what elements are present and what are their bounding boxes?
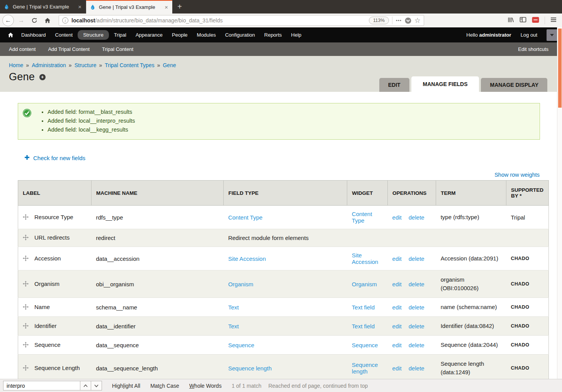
admin-home-icon[interactable] — [5, 32, 16, 38]
site-info-icon[interactable]: i — [62, 17, 68, 24]
url-host: localhost — [71, 17, 95, 24]
breadcrumb-administration[interactable]: Administration — [32, 62, 66, 68]
show-row-weights-link[interactable]: Show row weights — [494, 172, 540, 178]
admin-menu-dashboard[interactable]: Dashboard — [17, 30, 50, 40]
edit-link[interactable]: edit — [392, 255, 402, 262]
menu-hamburger-icon[interactable] — [550, 17, 557, 24]
toggle-accesskey: W — [189, 383, 194, 389]
toolbar-toggle-button[interactable] — [547, 29, 557, 41]
find-next-button[interactable] — [91, 381, 102, 390]
url-text[interactable]: localhost/admin/structure/bio_data/manag… — [71, 17, 366, 24]
drag-handle-icon[interactable] — [23, 323, 29, 330]
field-type-link[interactable]: Content Type — [228, 214, 263, 221]
field-type-link[interactable]: Sequence length — [228, 365, 272, 372]
whole-words-toggle[interactable]: Whole Words — [189, 383, 222, 389]
edit-link[interactable]: edit — [392, 365, 402, 372]
greeting-prefix: Hello — [466, 32, 479, 38]
tab-close-icon[interactable]: × — [164, 4, 169, 10]
field-machine-name: rdfs__type — [91, 206, 223, 229]
drag-handle-icon[interactable] — [23, 214, 29, 221]
breadcrumb-gene[interactable]: Gene — [163, 62, 176, 68]
widget-link[interactable]: Text field — [352, 304, 375, 311]
drag-handle-icon[interactable] — [23, 281, 29, 288]
sidebar-toggle-icon[interactable] — [520, 17, 526, 24]
field-type-link[interactable]: Text — [228, 323, 239, 329]
admin-menu-help[interactable]: Help — [287, 30, 306, 40]
match-case-toggle[interactable]: Match Case — [150, 383, 179, 389]
shortcut-add-tripal-content[interactable]: Add Tripal Content — [48, 46, 90, 52]
admin-menu-reports[interactable]: Reports — [260, 30, 286, 40]
check-for-new-fields-link[interactable]: Check for new fields — [33, 155, 85, 161]
drag-handle-icon[interactable] — [23, 255, 29, 262]
widget-link[interactable]: Text field — [352, 323, 375, 329]
find-previous-button[interactable] — [80, 381, 91, 390]
widget-link[interactable]: Content Type — [352, 211, 372, 224]
library-icon[interactable] — [508, 17, 514, 25]
col-header-label: LABEL — [18, 181, 92, 206]
widget-link[interactable]: Sequence — [352, 342, 378, 348]
field-type-link[interactable]: Organism — [228, 281, 253, 287]
shortcut-add-content[interactable]: Add content — [9, 46, 36, 52]
scrollbar-thumb[interactable] — [558, 29, 562, 108]
reload-button[interactable] — [29, 15, 40, 26]
edit-link[interactable]: edit — [392, 342, 402, 348]
drag-handle-icon[interactable] — [23, 235, 29, 242]
admin-menu-tripal[interactable]: Tripal — [110, 30, 131, 40]
tab-edit[interactable]: EDIT — [379, 78, 409, 92]
logout-link[interactable]: Log out — [521, 32, 537, 38]
widget-link[interactable]: Site Accession — [352, 252, 378, 265]
highlight-all-toggle[interactable]: Highlight All — [112, 383, 140, 389]
delete-link[interactable]: delete — [409, 255, 424, 262]
new-tab-button[interactable]: + — [172, 0, 187, 14]
edit-shortcuts-link[interactable]: Edit shortcuts — [518, 46, 548, 52]
shortcut-tripal-content[interactable]: Tripal Content — [102, 46, 133, 52]
add-shortcut-icon[interactable]: + — [39, 74, 46, 80]
field-type-link[interactable]: Site Accession — [228, 255, 266, 262]
edit-link[interactable]: edit — [392, 281, 402, 287]
browser-tab-inactive[interactable]: Gene | Tripal v3 Example × — [0, 0, 86, 14]
page-actions-icon[interactable] — [396, 17, 402, 24]
success-check-icon — [22, 108, 32, 119]
breadcrumb-structure[interactable]: Structure — [75, 62, 97, 68]
tab-close-icon[interactable]: × — [77, 3, 82, 10]
drag-handle-icon[interactable] — [23, 304, 29, 311]
browser-tab-active[interactable]: Gene | Tripal v3 Example × — [86, 0, 172, 14]
admin-menu-structure[interactable]: Structure — [78, 30, 109, 40]
breadcrumb-home[interactable]: Home — [9, 62, 23, 68]
field-label: Organism — [34, 280, 59, 287]
delete-link[interactable]: delete — [409, 365, 424, 372]
drag-handle-icon[interactable] — [23, 365, 29, 372]
home-button[interactable] — [42, 15, 53, 26]
admin-menu-configuration[interactable]: Configuration — [221, 30, 259, 40]
pocket-icon[interactable] — [405, 17, 411, 24]
admin-menu-appearance[interactable]: Appearance — [131, 30, 167, 40]
admin-menu-people[interactable]: People — [168, 30, 192, 40]
drag-handle-icon[interactable] — [23, 342, 29, 349]
tab-manage-fields[interactable]: MANAGE FIELDS — [411, 76, 479, 92]
delete-link[interactable]: delete — [409, 342, 424, 348]
edit-link[interactable]: edit — [392, 323, 402, 329]
edit-link[interactable]: edit — [392, 304, 402, 311]
field-type-link[interactable]: Text — [228, 304, 239, 311]
delete-link[interactable]: delete — [409, 304, 424, 311]
bookmark-star-icon[interactable]: ☆ — [414, 16, 421, 25]
admin-menu-modules[interactable]: Modules — [193, 30, 220, 40]
edit-link[interactable]: edit — [392, 214, 402, 221]
page-scrollbar[interactable] — [557, 27, 562, 379]
delete-link[interactable]: delete — [409, 214, 424, 221]
delete-link[interactable]: delete — [409, 281, 424, 287]
field-type-link[interactable]: Sequence — [228, 342, 255, 348]
widget-link[interactable]: Sequence length — [352, 362, 378, 375]
widget-link[interactable]: Organism — [352, 281, 377, 287]
supported-by: CHADO — [506, 298, 549, 317]
extension-badge-icon[interactable] — [532, 17, 539, 25]
delete-link[interactable]: delete — [409, 323, 424, 329]
url-bar[interactable]: i localhost/admin/structure/bio_data/man… — [59, 15, 424, 26]
back-button[interactable]: ← — [2, 15, 14, 26]
find-input[interactable] — [3, 381, 80, 390]
tab-manage-display[interactable]: MANAGE DISPLAY — [481, 78, 547, 92]
browser-nav-bar: ← → i localhost/admin/structure/bio_data… — [0, 14, 562, 27]
zoom-level-badge[interactable]: 113% — [369, 17, 389, 24]
admin-menu-content[interactable]: Content — [51, 30, 77, 40]
breadcrumb-tripal-content-types[interactable]: Tripal Content Types — [105, 62, 154, 68]
